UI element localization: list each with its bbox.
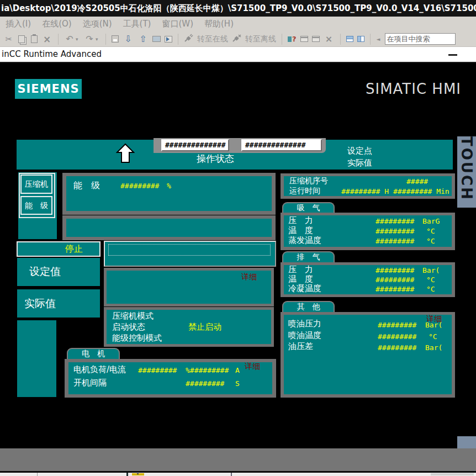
other-group-tab: 其 他 [282,301,335,312]
go-offline-button[interactable]: 转至离线 [245,34,276,44]
oil-injection-temp-unit: °C [429,331,437,342]
setpoint-button[interactable]: 设定值 [17,258,100,286]
online-diagnostics-icon[interactable]: ? [288,35,297,43]
detail-link[interactable]: 详细 [241,273,257,281]
evaporation-temp-value: ######### [375,236,414,246]
tia-window-title: ia\Desktop\2019冷S20505中石化洛阳（陕西延长中煤）\S715… [1,3,476,13]
evaporation-temp-unit: °C [426,236,435,246]
actual-value-button-label: 实际值 [24,297,56,311]
discharge-temp-unit: °C [426,275,435,284]
go-online-plug-icon[interactable] [184,34,193,45]
up-arrow-button[interactable] [116,143,135,164]
project-search-input[interactable]: 在项目中搜索 [385,33,456,45]
evaporation-temp-label: 蒸发温度 [288,236,321,245]
start-interval-unit: S [235,379,240,389]
bezel-touch-text: TOUCH [457,136,476,207]
collapse-search-icon[interactable]: ◄ [376,34,381,45]
menu-online[interactable]: 在线(O) [42,19,72,29]
menu-help[interactable]: 帮助(H) [204,19,234,29]
menu-tools[interactable]: 工具(T) [123,19,151,29]
background-window-strip [0,473,476,476]
toolbar-separator [370,34,371,45]
nav-tab-energy-level[interactable]: 能 级 [20,196,52,215]
motor-detail-link[interactable]: 详细 [245,362,260,371]
upload-from-device-icon[interactable]: ⇧ [137,34,149,45]
strip-divider [231,473,232,476]
start-status-label: 启动状态 [112,322,145,332]
suction-pressure-value: ######### [375,216,414,226]
download-to-device-icon[interactable]: ⇩ [123,34,134,45]
compile-icon[interactable] [112,35,119,43]
motor-group-tab: 电 机 [67,348,120,359]
delete-icon[interactable]: × [41,34,52,45]
energy-unit: % [167,181,171,191]
window-background-band [0,448,476,471]
undo-dropdown-icon[interactable]: ▾ [76,36,80,42]
siemens-logo: SIEMENS [15,79,82,99]
toolbar-separator [58,34,59,45]
toolbar-separator [282,34,282,45]
suction-pressure-unit: BarG [422,216,440,226]
folder-icon-notch [137,473,139,474]
suction-temp-unit: °C [426,226,435,236]
header-io-field-2[interactable]: ############## [241,139,322,151]
start-status-value: 禁止启动 [188,322,221,332]
stop-status-button[interactable]: 停止 [17,241,101,257]
status-panel-frame [62,215,276,240]
redo-icon[interactable]: ↷ [84,34,95,45]
runtime-window-titlebar[interactable]: inCC Runtime Advanced [0,47,476,62]
split-vertical-icon[interactable] [357,36,364,42]
suction-panel-frame: 压 力 ######### BarG 温 度 ######### °C 蒸发温度… [281,213,455,250]
motor-current-value: %######### [186,366,229,375]
condensing-temp-unit: °C [426,284,435,294]
copy-icon[interactable] [18,35,25,43]
window-icon[interactable] [300,36,308,42]
message-io-field[interactable] [108,244,271,256]
runtime-window-title: inCC Runtime Advanced [2,49,102,59]
folder-icon [132,473,144,475]
go-offline-plug-icon[interactable] [232,34,241,45]
screen-title: 操作状态 [182,154,248,163]
motor-panel-frame: 详细 电机负荷/电流 ######### %######### A 开机间隔 #… [65,359,276,398]
split-horizontal-icon[interactable] [346,36,353,42]
strip-divider [37,473,38,476]
panel-bezel-touch: TOUCH [457,136,476,208]
suction-temp-value: ######### [375,226,414,236]
minimize-button[interactable] [448,54,457,56]
tia-toolbar: ✂ × ↶ ▾ ↷ ▾ ⇩ ⇧ 转至在线 转至离线 ? × ◄ 在项目中搜索 [0,31,476,47]
compressor-serial-value: ##### [406,177,428,186]
paste-icon[interactable] [31,35,38,43]
start-runtime-icon[interactable] [165,36,172,43]
energy-panel: 能 级 ######### % [66,176,272,211]
stop-status-text: 停止 [65,244,83,255]
setpoint-button-label: 设定值 [29,265,61,279]
energy-control-mode-label: 能级控制模式 [112,333,162,343]
actual-caption: 实际值 [347,158,372,168]
mode-panel-frame: 压缩机模式 启动状态 禁止启动 能级控制模式 [104,307,274,347]
cut-icon[interactable]: ✂ [3,34,14,45]
discharge-pressure-value: ######### [375,266,414,275]
tia-window-titlebar[interactable]: ia\Desktop\2019冷S20505中石化洛阳（陕西延长中煤）\S715… [0,0,476,17]
undo-icon[interactable]: ↶ [64,34,75,45]
discharge-pressure-label: 压 力 [288,265,313,274]
menu-options[interactable]: 选项(N) [83,19,112,29]
simulation-icon[interactable] [152,36,161,42]
discharge-temp-value: ######### [375,275,414,284]
redo-dropdown-icon[interactable]: ▾ [96,36,100,42]
message-line-panel [104,241,276,267]
header-io-field-1[interactable]: ############## [161,139,229,151]
condensing-temp-label: 冷凝温度 [288,284,321,293]
panel-bezel-corner [457,436,476,448]
question-mark-icon: ? [292,35,297,43]
motor-panel: 详细 电机负荷/电流 ######### %######### A 开机间隔 #… [68,362,272,394]
close-window-icon[interactable]: × [324,34,335,45]
nav-tab-compressor[interactable]: 压缩机 [20,174,52,194]
go-online-button[interactable]: 转至在线 [197,34,228,44]
detail-panel-frame: 详细 [104,268,274,306]
menu-window[interactable]: 窗口(W) [162,19,193,29]
menu-insert[interactable]: 插入(I) [6,19,31,29]
start-interval-value: ######### [186,379,224,389]
actual-value-button[interactable]: 实际值 [17,289,100,318]
window-icon[interactable] [312,36,320,42]
status-panel [66,219,272,237]
